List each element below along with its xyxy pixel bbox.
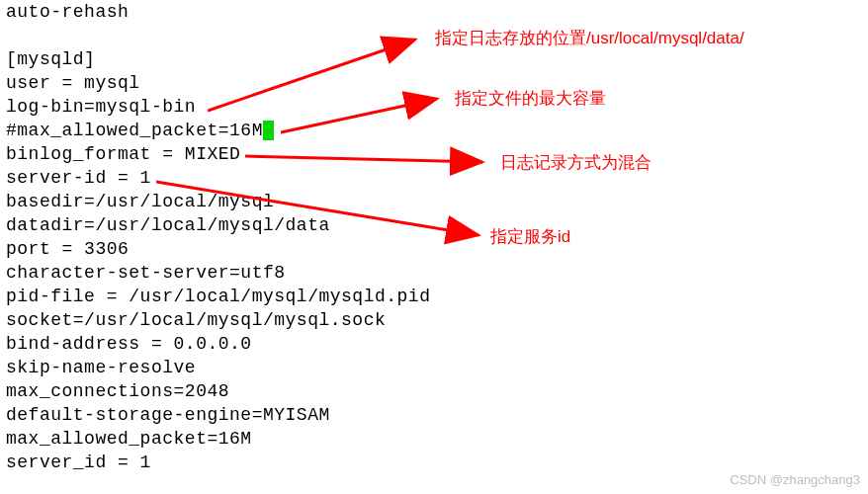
cursor-icon <box>263 121 274 140</box>
config-line: server_id = 1 <box>6 453 151 472</box>
config-line: pid-file = /usr/local/mysql/mysqld.pid <box>6 287 430 306</box>
config-line: #max_allowed_packet=16M <box>6 121 263 140</box>
config-line: max_allowed_packet=16M <box>6 429 252 449</box>
config-line: max_connections=2048 <box>6 381 229 401</box>
config-line: user = mysql <box>6 73 140 93</box>
config-file-content: auto-rehash [mysqld] user = mysql log-bi… <box>6 0 430 474</box>
annotation-server-id: 指定服务id <box>490 225 570 249</box>
config-line: binlog_format = MIXED <box>6 144 240 164</box>
config-line: default-storage-engine=MYISAM <box>6 405 330 425</box>
config-line: server-id = 1 <box>6 168 151 188</box>
config-line: [mysqld] <box>6 49 95 69</box>
config-line: basedir=/usr/local/mysql <box>6 192 274 211</box>
annotation-log-mode: 日志记录方式为混合 <box>500 151 651 175</box>
config-line: character-set-server=utf8 <box>6 263 286 283</box>
config-line: log-bin=mysql-bin <box>6 97 196 117</box>
config-line: socket=/usr/local/mysql/mysql.sock <box>6 310 386 330</box>
config-line: bind-address = 0.0.0.0 <box>6 334 252 354</box>
config-line: datadir=/usr/local/mysql/data <box>6 215 330 235</box>
config-line: auto-rehash <box>6 2 129 22</box>
annotation-log-path: 指定日志存放的位置/usr/local/mysql/data/ <box>435 27 744 50</box>
config-line: skip-name-resolve <box>6 358 196 377</box>
annotation-max-size: 指定文件的最大容量 <box>455 87 606 111</box>
config-line: port = 3306 <box>6 239 129 259</box>
watermark-text: CSDN @zhangchang3 <box>730 468 860 492</box>
